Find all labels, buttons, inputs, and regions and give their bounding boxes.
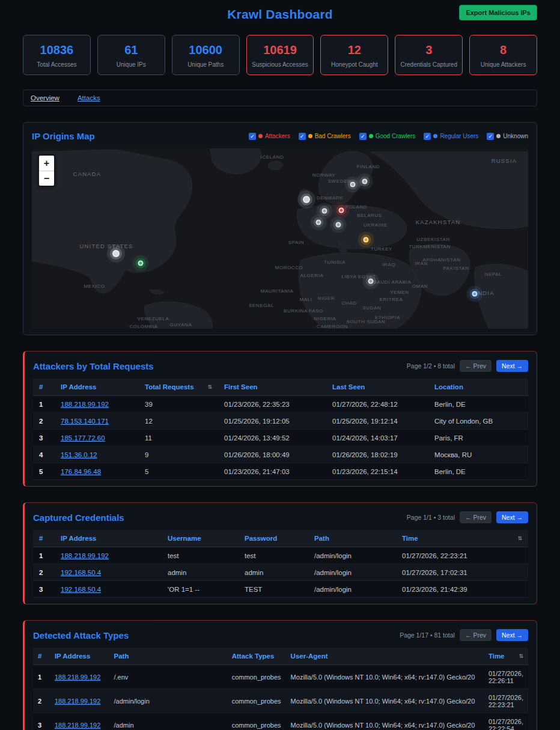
map-country-label: TURKEY	[371, 246, 392, 252]
map-country-label: DENMARK	[317, 195, 343, 201]
ip-address-link[interactable]: 176.84.96.48	[61, 468, 101, 475]
ip-address-link[interactable]: 188.218.99.192	[61, 401, 109, 408]
table-cell: Mozilla/5.0 (Windows NT 10.0; Win64; x64…	[286, 713, 484, 730]
map-marker[interactable]	[336, 222, 341, 228]
stat-suspicious-accesses: 10619 Suspicious Accesses	[246, 35, 314, 75]
table-cell: /admin	[109, 713, 227, 730]
column-header[interactable]: Time⇅	[396, 530, 528, 547]
table-cell: admin	[239, 564, 308, 581]
column-header: Last Seen	[326, 379, 428, 396]
map-country-label: MEXICO	[84, 284, 105, 289]
sort-icon[interactable]: ⇅	[517, 535, 522, 541]
map-country-label: ALGERIA	[300, 273, 324, 278]
map-country-label: BURKINA FASO	[284, 308, 323, 314]
table-cell: 1	[33, 547, 55, 564]
column-header[interactable]: Total Requests⇅	[139, 379, 218, 396]
ip-address-link[interactable]: 188.218.99.192	[55, 698, 100, 705]
legend-item-unknown[interactable]: ✓ Unknown	[487, 133, 528, 140]
legend-item-good-crawlers[interactable]: ✓ Good Crawlers	[359, 133, 416, 140]
checkbox-checked-icon[interactable]: ✓	[299, 133, 306, 140]
table-cell: test	[162, 547, 239, 564]
map-marker[interactable]	[303, 196, 310, 203]
map-marker[interactable]	[322, 208, 327, 214]
map-marker[interactable]	[472, 291, 478, 297]
column-header: #	[33, 530, 55, 547]
zoom-in-button[interactable]: +	[39, 156, 54, 171]
map-marker[interactable]	[368, 279, 374, 284]
stat-total-accesses: 10836 Total Accesses	[23, 35, 91, 75]
sort-icon[interactable]: ⇅	[207, 384, 212, 390]
map-marker[interactable]	[112, 250, 120, 257]
column-header-label: Path	[114, 652, 129, 660]
table-cell: common_probes	[227, 689, 286, 713]
zoom-out-button[interactable]: −	[39, 171, 54, 186]
map-marker[interactable]	[138, 261, 144, 266]
export-malicious-ips-button[interactable]: Export Malicious IPs	[459, 5, 537, 20]
tab-attacks[interactable]: Attacks	[78, 94, 100, 102]
world-map[interactable]: CANADAICELANDNORWAYSWEDENFINLANDRUSSIAUN…	[32, 148, 528, 329]
table-cell: common_probes	[227, 713, 286, 730]
map-marker[interactable]	[362, 179, 368, 184]
page-info: Page 1/2 • 8 total	[407, 362, 455, 370]
map-marker[interactable]	[339, 208, 344, 213]
tab-overview[interactable]: Overview	[31, 94, 59, 102]
table-row: 2188.218.99.192/admin/logincommon_probes…	[33, 689, 528, 713]
ip-address-link[interactable]: 188.218.99.192	[61, 552, 109, 559]
prev-page-button[interactable]: ← Prev	[460, 360, 492, 372]
ip-address-link[interactable]: 192.168.50.4	[61, 586, 101, 593]
stat-value: 10619	[249, 43, 311, 57]
table-cell: 188.218.99.192	[50, 689, 109, 713]
map-country-label: UKRAINE	[364, 222, 388, 228]
column-header-label: #	[39, 535, 43, 542]
ip-address-link[interactable]: 188.218.99.192	[55, 722, 100, 729]
column-header-label: First Seen	[224, 383, 258, 391]
sort-icon[interactable]: ⇅	[519, 653, 523, 659]
checkbox-checked-icon[interactable]: ✓	[487, 133, 494, 140]
map-country-label: CAMEROON	[317, 324, 348, 329]
map-country-label: PAKISTAN	[443, 266, 469, 271]
next-page-button[interactable]: Next →	[496, 511, 528, 523]
map-country-label: MAURITANIA	[261, 288, 294, 294]
column-header-label: Location	[434, 383, 463, 391]
table-cell: Paris, FR	[428, 430, 528, 446]
legend-dot	[258, 134, 263, 138]
attackers-panel-header: Attackers by Total Requests Page 1/2 • 8…	[33, 360, 528, 372]
table-cell: 01/23/2026, 21:47:03	[218, 463, 326, 480]
map-country-label: SUDAN	[362, 305, 381, 311]
stat-label: Honeypot Caught	[323, 61, 385, 68]
map-marker[interactable]	[316, 220, 321, 225]
table-cell: 01/24/2026, 14:03:17	[326, 430, 428, 446]
column-header-label: User-Agent	[291, 652, 328, 660]
map-marker[interactable]	[364, 237, 369, 243]
next-page-button[interactable]: Next →	[496, 360, 528, 372]
stat-value: 3	[398, 43, 460, 57]
table-cell: /admin/login	[308, 547, 396, 564]
ip-address-link[interactable]: 192.168.50.4	[61, 569, 101, 576]
map-marker[interactable]	[350, 182, 356, 187]
prev-page-button[interactable]: ← Prev	[460, 629, 492, 641]
legend-dot	[433, 134, 437, 138]
next-page-button[interactable]: Next →	[496, 629, 528, 641]
checkbox-checked-icon[interactable]: ✓	[359, 133, 367, 140]
legend-item-regular-users[interactable]: ✓ Regular Users	[424, 133, 478, 140]
attackers-table: #IP AddressTotal Requests⇅First SeenLast…	[33, 379, 528, 480]
ip-address-link[interactable]: 151.36.0.12	[61, 451, 97, 458]
prev-page-button[interactable]: ← Prev	[460, 511, 492, 523]
checkbox-checked-icon[interactable]: ✓	[424, 133, 431, 140]
stat-unique-paths: 10600 Unique Paths	[172, 35, 240, 75]
table-row: 5176.84.96.48501/23/2026, 21:47:0301/23/…	[33, 463, 528, 480]
map-title: IP Origins Map	[32, 131, 95, 141]
checkbox-checked-icon[interactable]: ✓	[249, 133, 256, 140]
table-cell: 9	[139, 446, 218, 463]
table-row: 2192.168.50.4adminadmin/admin/login01/27…	[33, 564, 528, 581]
ip-address-link[interactable]: 78.153.140.171	[61, 418, 109, 425]
column-header-label: IP Address	[61, 535, 96, 542]
table-cell: 2	[33, 413, 55, 430]
table-cell: 192.168.50.4	[55, 564, 162, 581]
ip-address-link[interactable]: 188.218.99.192	[55, 674, 100, 681]
ip-address-link[interactable]: 185.177.72.60	[61, 434, 105, 442]
legend-item-bad-crawlers[interactable]: ✓ Bad Crawlers	[299, 133, 351, 140]
column-header[interactable]: Time⇅	[484, 648, 528, 665]
table-cell: /admin/login	[308, 564, 396, 581]
legend-item-attackers[interactable]: ✓ Attackers	[249, 133, 290, 140]
